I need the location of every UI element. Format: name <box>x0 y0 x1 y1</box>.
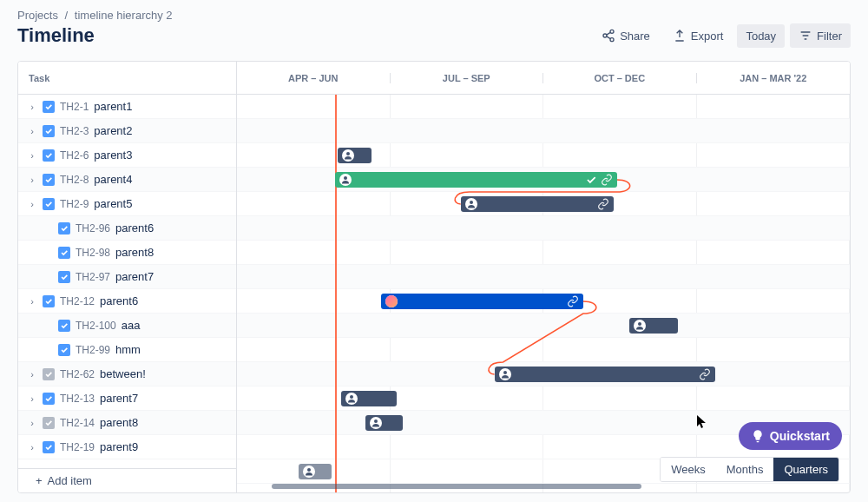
task-summary[interactable]: parent4 <box>94 173 132 186</box>
task-summary[interactable]: parent5 <box>94 197 132 210</box>
today-button[interactable]: Today <box>737 24 785 48</box>
task-key[interactable]: TH2-19 <box>60 441 95 453</box>
task-key[interactable]: TH2-12 <box>60 295 95 307</box>
done-icon <box>585 174 597 186</box>
task-row[interactable]: TH2-97parent7 <box>18 265 236 289</box>
scale-option-weeks[interactable]: Weeks <box>661 458 716 481</box>
task-summary[interactable]: parent2 <box>94 124 132 137</box>
task-row[interactable]: ›TH2-14parent8 <box>18 411 236 435</box>
task-row[interactable]: ›TH2-13parent7 <box>18 386 236 411</box>
task-key[interactable]: TH2-99 <box>76 344 110 356</box>
task-summary[interactable]: parent8 <box>100 416 138 429</box>
task-summary[interactable]: aaa <box>122 319 141 332</box>
task-summary[interactable]: parent1 <box>94 100 132 113</box>
chevron-right-icon[interactable]: › <box>27 393 37 404</box>
task-type-icon[interactable] <box>43 174 55 186</box>
chevron-right-icon[interactable]: › <box>27 442 37 452</box>
gantt-bar[interactable] <box>495 367 715 382</box>
task-key[interactable]: TH2-14 <box>60 417 95 429</box>
chevron-right-icon[interactable]: › <box>27 150 37 161</box>
chevron-right-icon[interactable]: › <box>27 199 37 209</box>
link-icon[interactable] <box>699 368 711 380</box>
task-row[interactable]: TH2-96parent6 <box>18 216 236 241</box>
task-header-label: Task <box>29 73 49 83</box>
link-icon[interactable] <box>567 295 579 307</box>
gantt-bar[interactable] <box>335 172 617 188</box>
chevron-right-icon[interactable]: › <box>27 369 37 380</box>
scale-option-quarters[interactable]: Quarters <box>773 458 838 481</box>
breadcrumb-project[interactable]: timeline hierarchy 2 <box>75 9 173 22</box>
task-type-icon[interactable] <box>43 101 55 113</box>
add-item-button[interactable]: + Add item <box>18 468 236 492</box>
breadcrumb-root[interactable]: Projects <box>17 9 58 22</box>
task-type-icon[interactable] <box>43 295 55 307</box>
task-key[interactable]: TH2-100 <box>76 320 116 332</box>
task-row[interactable]: ›TH2-3parent2 <box>18 119 236 143</box>
quarter-header: APR – JUN <box>237 73 391 83</box>
task-summary[interactable]: between! <box>100 367 146 380</box>
task-row[interactable]: ›TH2-12parent6 <box>18 289 236 314</box>
avatar-icon <box>370 417 382 429</box>
gantt-bar[interactable] <box>629 318 678 334</box>
gantt-bar[interactable] <box>381 294 583 309</box>
gantt-bar-pending[interactable] <box>299 464 332 479</box>
task-summary[interactable]: parent6 <box>100 294 138 307</box>
gantt-bar[interactable] <box>461 196 615 212</box>
task-summary[interactable]: parent6 <box>115 221 154 234</box>
chevron-right-icon[interactable]: › <box>27 296 37 307</box>
horizontal-scrollbar[interactable] <box>272 484 641 489</box>
link-icon[interactable] <box>597 198 609 210</box>
chevron-right-icon[interactable]: › <box>27 102 37 112</box>
task-row[interactable]: ›TH2-8parent4 <box>18 168 236 192</box>
task-row[interactable]: ›TH2-6parent3 <box>18 143 236 168</box>
task-summary[interactable]: parent9 <box>100 440 138 453</box>
task-row[interactable]: TH2-100aaa <box>18 314 236 338</box>
task-row[interactable]: ›TH2-19parent9 <box>18 435 236 459</box>
scale-option-months[interactable]: Months <box>716 458 774 481</box>
task-type-icon[interactable] <box>43 393 55 405</box>
task-key[interactable]: TH2-3 <box>60 125 89 137</box>
task-type-icon[interactable] <box>43 441 55 453</box>
chevron-right-icon[interactable]: › <box>27 126 37 136</box>
task-type-icon[interactable] <box>43 198 55 210</box>
chevron-right-icon[interactable]: › <box>27 418 37 428</box>
task-type-icon[interactable] <box>58 247 70 259</box>
task-key[interactable]: TH2-8 <box>60 174 89 186</box>
task-type-icon[interactable] <box>58 271 70 283</box>
task-summary[interactable]: parent3 <box>94 149 132 162</box>
task-type-icon[interactable] <box>43 417 55 429</box>
task-key[interactable]: TH2-1 <box>60 101 89 113</box>
task-row[interactable]: TH2-99hmm <box>18 338 236 362</box>
task-row[interactable]: TH2-98parent8 <box>18 241 236 265</box>
task-summary[interactable]: hmm <box>115 343 141 356</box>
quickstart-button[interactable]: Quickstart <box>739 422 842 450</box>
task-key[interactable]: TH2-9 <box>60 198 89 210</box>
task-type-icon[interactable] <box>58 344 70 356</box>
task-summary[interactable]: parent7 <box>115 270 154 283</box>
task-type-icon[interactable] <box>43 368 55 380</box>
task-type-icon[interactable] <box>43 149 55 162</box>
task-key[interactable]: TH2-98 <box>76 247 110 259</box>
task-row[interactable]: ›TH2-1parent1 <box>18 95 236 119</box>
task-key[interactable]: TH2-97 <box>76 271 110 283</box>
share-button[interactable]: Share <box>593 23 659 48</box>
filter-button[interactable]: Filter <box>790 23 851 48</box>
task-type-icon[interactable] <box>58 320 70 332</box>
task-key[interactable]: TH2-6 <box>60 149 89 162</box>
gantt-bar[interactable] <box>338 148 372 163</box>
gantt-bar[interactable] <box>365 415 402 431</box>
link-icon[interactable] <box>601 174 613 186</box>
task-type-icon[interactable] <box>58 222 70 234</box>
task-row[interactable]: ›TH2-62between! <box>18 362 236 386</box>
task-type-icon[interactable] <box>43 125 55 137</box>
task-row[interactable]: ›TH2-9parent5 <box>18 192 236 216</box>
svg-point-2 <box>610 38 614 42</box>
task-summary[interactable]: parent7 <box>100 392 138 405</box>
task-key[interactable]: TH2-96 <box>76 222 110 234</box>
task-summary[interactable]: parent8 <box>115 246 154 259</box>
export-button[interactable]: Export <box>664 23 733 48</box>
chevron-right-icon[interactable]: › <box>27 175 37 185</box>
task-key[interactable]: TH2-62 <box>60 368 95 380</box>
gantt-bar[interactable] <box>341 391 397 406</box>
task-key[interactable]: TH2-13 <box>60 393 95 405</box>
